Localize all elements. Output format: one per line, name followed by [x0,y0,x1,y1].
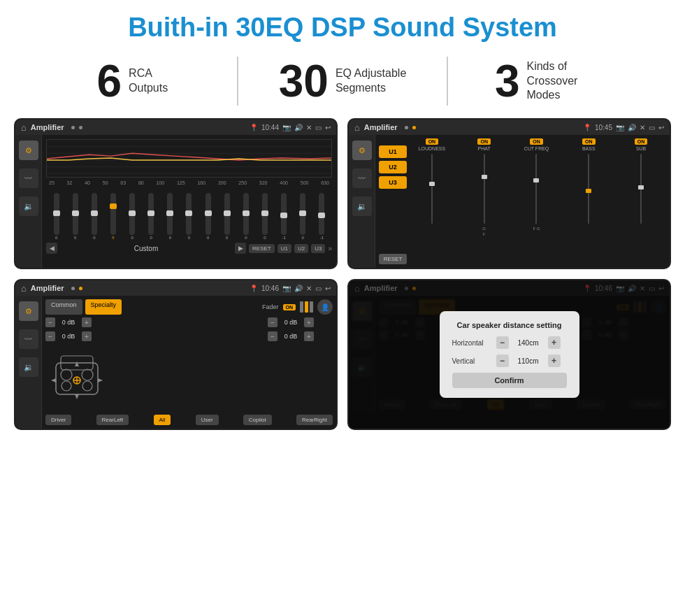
dot-1 [71,126,75,129]
eq-slider-0: 0 [54,193,59,240]
vol-plus-rl[interactable]: + [82,331,92,341]
user-button[interactable]: User [196,415,219,425]
tab-specialty[interactable]: Specialty [85,299,122,315]
rearleft-button[interactable]: RearLeft [96,415,129,425]
eq-next-button[interactable]: ▶ [235,243,246,254]
time-1: 10:44 [261,124,279,131]
eq-slider-5: 0 [148,193,154,240]
speaker-icon-3[interactable]: 🔉 [19,357,38,377]
close-icon-2: ✕ [640,124,645,131]
channel-phat: ON PHAT G F [459,138,510,264]
on-badge-phat[interactable]: ON [477,138,491,145]
on-badge-bass[interactable]: ON [582,138,596,145]
screen-fader: ⌂ Amplifier 📍 10:46 📷 🔊 ✕ ▭ ↩ ⚙ 〰 🔉 [14,279,338,430]
eq-icon-3[interactable]: ⚙ [19,301,38,321]
dot-4 [412,126,416,129]
eq-slider-10: 0 [243,193,249,240]
ch-name-cutfreq: CUT FREQ [524,146,549,151]
channel-cutfreq: ON CUT FREQ F G [512,138,562,264]
horizontal-plus[interactable]: + [548,336,561,349]
on-badge-loudness[interactable]: ON [426,138,439,145]
minimize-icon: ▭ [315,124,322,131]
tab-common[interactable]: Common [45,299,82,315]
status-right-3: 📍 10:46 📷 🔊 ✕ ▭ ↩ [250,285,331,292]
cutfreq-slider[interactable] [535,154,537,224]
side-controls-1: ⚙ 〰 🔉 [15,135,42,268]
back-icon-2[interactable]: ↩ [658,124,664,131]
camera-icon-2: 📷 [616,124,624,131]
wave-icon-2[interactable]: 〰 [352,169,372,188]
screen-distance: ⌂ Amplifier 📍 10:46 📷 🔊 ✕ ▭ ↩ ⚙ 〰 🔉 [347,279,671,430]
eq-slider-7: 0 [186,193,192,240]
home-icon-2[interactable]: ⌂ [354,122,360,133]
vol-minus-fl[interactable]: − [45,317,55,327]
close-icon-3: ✕ [306,285,312,292]
svg-marker-17 [98,378,103,382]
stat-label-crossover: Kinds ofCrossover Modes [526,59,610,103]
eq-slider-8: 0 [206,193,211,240]
vol-plus-fr[interactable]: + [304,317,314,327]
eq-icon[interactable]: ⚙ [19,141,38,160]
eq-slider-2: 0 [92,193,97,240]
eq-slider-14: -1 [319,193,324,240]
horizontal-minus[interactable]: − [496,336,509,349]
wave-icon-3[interactable]: 〰 [19,329,38,349]
phat-slider[interactable] [484,154,485,224]
fader-on-badge[interactable]: ON [283,304,296,310]
amp-reset-button[interactable]: RESET [379,254,407,264]
vol-minus-fr[interactable]: − [268,317,277,327]
vol-val-rl: 0 dB [58,333,79,340]
home-icon-3[interactable]: ⌂ [21,283,27,294]
vol-minus-rl[interactable]: − [45,331,55,341]
dot-3 [405,126,408,129]
u3-button[interactable]: U3 [379,176,407,189]
speaker-icon[interactable]: 🔉 [19,196,38,216]
rearright-button[interactable]: RearRight [296,415,333,425]
eq-u2-button[interactable]: U2 [294,244,308,253]
fader-tabs: Common Specialty Fader ON 👤 [45,299,333,315]
vertical-plus[interactable]: + [548,354,561,367]
wave-icon[interactable]: 〰 [19,169,38,188]
vertical-minus[interactable]: − [496,354,509,367]
fader-content: − 0 dB + − 0 dB + [45,317,333,412]
eq-screen-body: ⚙ 〰 🔉 [15,135,336,268]
vol-plus-rr[interactable]: + [304,331,314,341]
vol-plus-fl[interactable]: + [82,317,92,327]
close-icon: ✕ [306,124,312,131]
driver-button[interactable]: Driver [45,415,71,425]
home-icon[interactable]: ⌂ [21,122,27,133]
all-button[interactable]: All [154,415,171,425]
eq-u1-button[interactable]: U1 [277,244,291,253]
eq-reset-button[interactable]: RESET [249,244,275,253]
u2-button[interactable]: U2 [379,161,407,173]
svg-marker-14 [75,361,79,366]
vol-row-rr: − 0 dB + [268,331,314,341]
app-name-2: Amplifier [364,123,398,131]
sub-slider[interactable] [640,154,642,224]
speaker-icon-2[interactable]: 🔉 [352,196,372,216]
loudness-slider[interactable] [431,154,433,224]
vol-val-fl: 0 dB [58,319,79,326]
back-icon[interactable]: ↩ [325,124,331,131]
horizontal-label: Horizontal [452,339,491,347]
u1-button[interactable]: U1 [379,145,407,158]
back-icon-3[interactable]: ↩ [325,285,331,292]
ch-name-phat: PHAT [478,146,491,151]
amp-screen-body: ⚙ 〰 🔉 U1 U2 U3 RESET ON LOUDNESS [349,135,670,268]
eq-u3-button[interactable]: U3 [311,244,325,253]
fader-left-panel: − 0 dB + − 0 dB + [45,317,245,412]
bass-slider[interactable] [588,154,589,224]
screen-eq: ⌂ Amplifier 📍 10:44 📷 🔊 ✕ ▭ ↩ ⚙ 〰 🔉 [14,118,338,269]
copilot-button[interactable]: Copilot [243,415,272,425]
on-badge-sub[interactable]: ON [635,138,648,145]
location-icon-3: 📍 [250,285,258,292]
confirm-button[interactable]: Confirm [452,373,567,388]
vol-minus-rr[interactable]: − [268,331,277,341]
on-badge-cutfreq[interactable]: ON [530,138,543,145]
eq-prev-button[interactable]: ◀ [46,243,57,254]
vol-val-fr: 0 dB [280,319,301,326]
amp-channels: ON LOUDNESS ON PHAT G F ON [407,138,666,264]
eq-icon-2[interactable]: ⚙ [352,141,372,160]
vol-val-rr: 0 dB [280,333,301,340]
status-right-1: 📍 10:44 📷 🔊 ✕ ▭ ↩ [250,124,331,131]
